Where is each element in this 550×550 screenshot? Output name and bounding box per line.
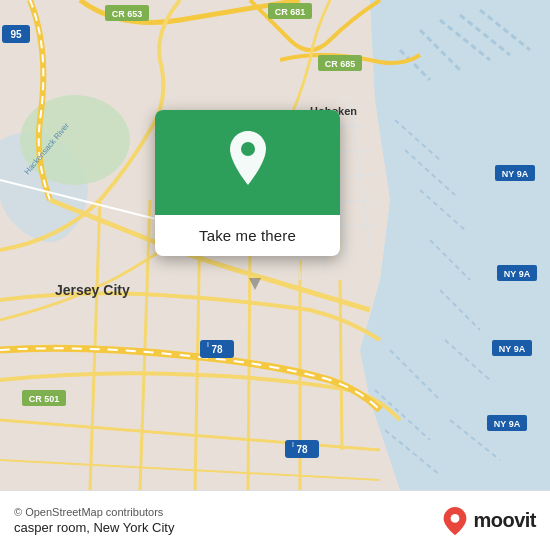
location-pin-icon bbox=[224, 131, 272, 194]
svg-text:CR 653: CR 653 bbox=[112, 9, 143, 19]
svg-text:NY 9A: NY 9A bbox=[504, 269, 531, 279]
svg-point-64 bbox=[241, 142, 255, 156]
map-container: 95 CR 653 CR 681 CR 685 I 78 I 78 CR 501… bbox=[0, 0, 550, 490]
svg-text:CR 681: CR 681 bbox=[275, 7, 306, 17]
popup-card: Take me there bbox=[155, 110, 340, 256]
svg-text:78: 78 bbox=[211, 344, 223, 355]
svg-text:NY 9A: NY 9A bbox=[499, 344, 526, 354]
svg-text:I: I bbox=[207, 341, 209, 348]
moovit-pin-icon bbox=[441, 507, 469, 535]
svg-text:NY 9A: NY 9A bbox=[502, 169, 529, 179]
popup-green-area bbox=[155, 110, 340, 215]
bottom-bar: © OpenStreetMap contributors casper room… bbox=[0, 490, 550, 550]
svg-point-65 bbox=[451, 514, 460, 523]
moovit-logo: moovit bbox=[441, 507, 536, 535]
svg-text:I: I bbox=[292, 441, 294, 448]
moovit-brand-text: moovit bbox=[473, 509, 536, 532]
svg-text:NY 9A: NY 9A bbox=[494, 419, 521, 429]
svg-text:Jersey City: Jersey City bbox=[55, 282, 130, 298]
svg-line-23 bbox=[340, 280, 342, 450]
bottom-left: © OpenStreetMap contributors casper room… bbox=[14, 506, 174, 535]
take-me-there-button[interactable]: Take me there bbox=[155, 215, 340, 256]
svg-text:78: 78 bbox=[296, 444, 308, 455]
attribution-text: © OpenStreetMap contributors bbox=[14, 506, 174, 518]
location-label: casper room, New York City bbox=[14, 520, 174, 535]
svg-text:CR 685: CR 685 bbox=[325, 59, 356, 69]
svg-text:CR 501: CR 501 bbox=[29, 394, 60, 404]
svg-text:95: 95 bbox=[10, 29, 22, 40]
